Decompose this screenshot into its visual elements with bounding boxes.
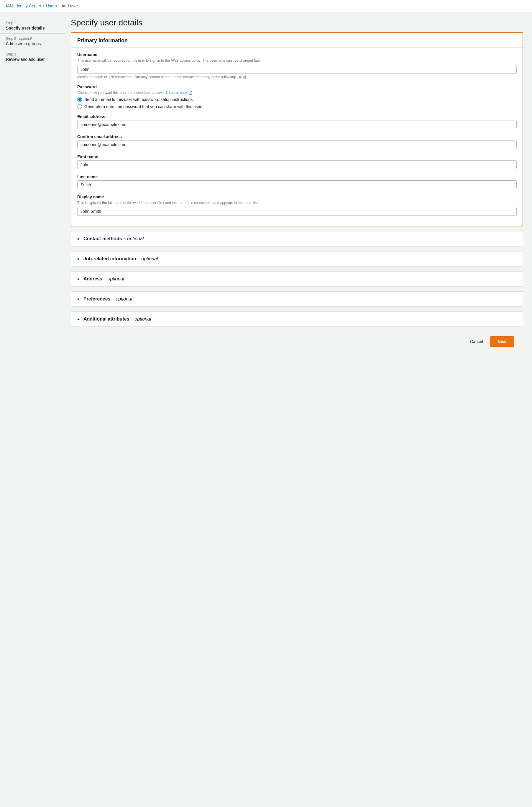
step-2-label: Step 2 - optional bbox=[6, 37, 59, 41]
breadcrumb-iam[interactable]: IAM Identity Center bbox=[6, 3, 41, 8]
external-link-icon bbox=[189, 91, 192, 95]
username-hint: Maximum length of 128 characters. Can on… bbox=[77, 75, 517, 79]
job-info-card: ► Job-related information – optional bbox=[71, 251, 523, 267]
additional-attrs-card: ► Additional attributes – optional bbox=[71, 311, 523, 327]
preferences-card: ► Preferences – optional bbox=[71, 291, 523, 307]
preferences-triangle: ► bbox=[77, 297, 80, 301]
breadcrumb-users[interactable]: Users bbox=[46, 3, 57, 8]
last-name-input[interactable] bbox=[77, 180, 517, 189]
email-input[interactable] bbox=[77, 120, 517, 129]
main-content: Specify user details Primary information… bbox=[65, 12, 532, 806]
step-3-title: Review and add user bbox=[6, 57, 59, 62]
sidebar-step-3: Step 3 Review and add user bbox=[0, 49, 65, 65]
password-option-email[interactable]: Send an email to this user with password… bbox=[77, 97, 517, 102]
sidebar-step-2: Step 2 - optional Add user to groups bbox=[0, 34, 65, 49]
primary-info-card: Primary information Username This userna… bbox=[71, 32, 523, 226]
address-header[interactable]: ► Address – optional bbox=[71, 272, 523, 286]
username-label: Username bbox=[77, 52, 517, 57]
primary-info-title: Primary information bbox=[77, 37, 517, 44]
first-name-label: First name bbox=[77, 154, 517, 159]
first-name-field-group: First name bbox=[77, 154, 517, 169]
breadcrumb-sep-2: › bbox=[58, 4, 60, 8]
contact-methods-title: Contact methods – optional bbox=[83, 236, 144, 241]
additional-attrs-triangle: ► bbox=[77, 317, 80, 321]
job-info-header[interactable]: ► Job-related information – optional bbox=[71, 252, 523, 266]
confirm-email-input[interactable] bbox=[77, 140, 517, 149]
password-option-otp[interactable]: Generate a one-time password that you ca… bbox=[77, 104, 517, 109]
address-card: ► Address – optional bbox=[71, 271, 523, 287]
password-otp-radio[interactable] bbox=[77, 104, 82, 109]
address-title: Address – optional bbox=[83, 276, 124, 281]
page-title: Specify user details bbox=[71, 18, 523, 27]
preferences-title: Preferences – optional bbox=[83, 296, 132, 302]
job-info-title: Job-related information – optional bbox=[83, 256, 158, 261]
password-otp-label: Generate a one-time password that you ca… bbox=[84, 104, 202, 109]
username-desc: This username will be required for this … bbox=[77, 58, 517, 63]
username-field-group: Username This username will be required … bbox=[77, 52, 517, 79]
last-name-label: Last name bbox=[77, 175, 517, 179]
step-2-title: Add user to groups bbox=[6, 41, 59, 46]
next-button[interactable]: Next bbox=[490, 336, 514, 347]
display-name-field-group: Display name This is typically the full … bbox=[77, 195, 517, 216]
additional-attrs-title: Additional attributes – optional bbox=[83, 316, 151, 322]
confirm-email-label: Confirm email address bbox=[77, 134, 517, 139]
address-triangle: ► bbox=[77, 277, 80, 281]
password-field-group: Password Choose how you want this user t… bbox=[77, 85, 517, 109]
contact-methods-card: ► Contact methods – optional bbox=[71, 231, 523, 246]
contact-methods-header[interactable]: ► Contact methods – optional bbox=[71, 232, 523, 246]
breadcrumb-sep-1: › bbox=[43, 4, 44, 8]
step-3-label: Step 3 bbox=[6, 52, 59, 56]
contact-methods-triangle: ► bbox=[77, 237, 80, 241]
password-email-label: Send an email to this user with password… bbox=[84, 97, 194, 102]
email-field-group: Email address bbox=[77, 114, 517, 129]
cancel-button[interactable]: Cancel bbox=[467, 337, 487, 346]
password-radio-group: Send an email to this user with password… bbox=[77, 97, 517, 109]
display-name-label: Display name bbox=[77, 195, 517, 199]
confirm-email-field-group: Confirm email address bbox=[77, 134, 517, 149]
first-name-input[interactable] bbox=[77, 160, 517, 169]
display-name-desc: This is typically the full name of the w… bbox=[77, 200, 517, 205]
footer-actions: Cancel Next bbox=[71, 331, 523, 351]
password-label: Password bbox=[77, 85, 517, 89]
breadcrumb: IAM Identity Center › Users › Add user bbox=[0, 0, 532, 12]
primary-info-header: Primary information bbox=[71, 33, 522, 48]
job-info-triangle: ► bbox=[77, 257, 80, 261]
learn-more-link[interactable]: Learn more bbox=[169, 91, 192, 95]
step-1-label: Step 1 bbox=[6, 21, 59, 25]
password-desc-text: Choose how you want this user to receive… bbox=[77, 91, 169, 95]
display-name-input[interactable] bbox=[77, 207, 517, 216]
step-1-title: Specify user details bbox=[6, 26, 59, 31]
email-label: Email address bbox=[77, 114, 517, 119]
username-input[interactable] bbox=[77, 65, 517, 74]
sidebar: Step 1 Specify user details Step 2 - opt… bbox=[0, 12, 65, 806]
additional-attrs-header[interactable]: ► Additional attributes – optional bbox=[71, 312, 523, 327]
sidebar-step-1: Step 1 Specify user details bbox=[0, 18, 65, 34]
password-email-radio[interactable] bbox=[77, 97, 82, 102]
primary-info-body: Username This username will be required … bbox=[71, 48, 522, 226]
last-name-field-group: Last name bbox=[77, 175, 517, 189]
password-desc: Choose how you want this user to receive… bbox=[77, 90, 517, 95]
preferences-header[interactable]: ► Preferences – optional bbox=[71, 292, 523, 306]
breadcrumb-current: Add user bbox=[61, 3, 78, 8]
